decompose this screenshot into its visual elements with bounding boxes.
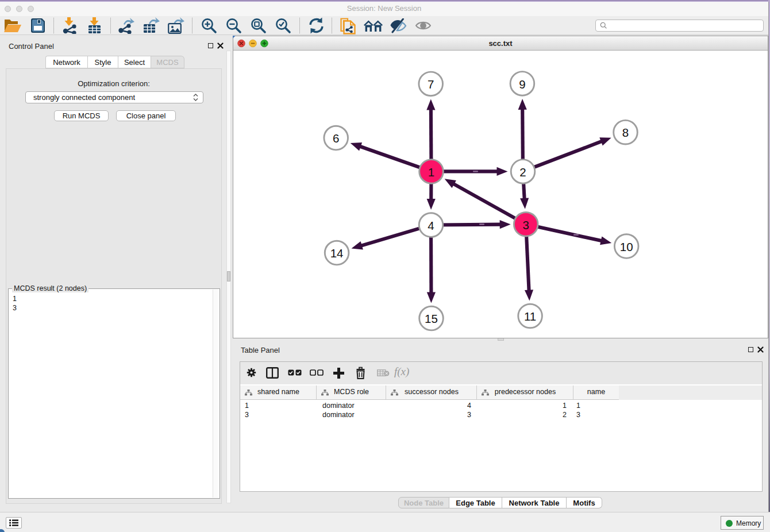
svg-text:14: 14 — [330, 246, 344, 260]
svg-text:7: 7 — [428, 78, 434, 91]
svg-text:9: 9 — [519, 78, 525, 91]
svg-text:15: 15 — [425, 312, 438, 325]
svg-text:1: 1 — [428, 165, 434, 179]
svg-text:6: 6 — [333, 132, 339, 145]
svg-text:2: 2 — [519, 165, 526, 179]
svg-text:8: 8 — [622, 126, 629, 139]
svg-text:11: 11 — [524, 310, 536, 323]
svg-text:10: 10 — [620, 240, 633, 253]
svg-text:4: 4 — [428, 219, 434, 232]
svg-text:3: 3 — [522, 218, 529, 232]
